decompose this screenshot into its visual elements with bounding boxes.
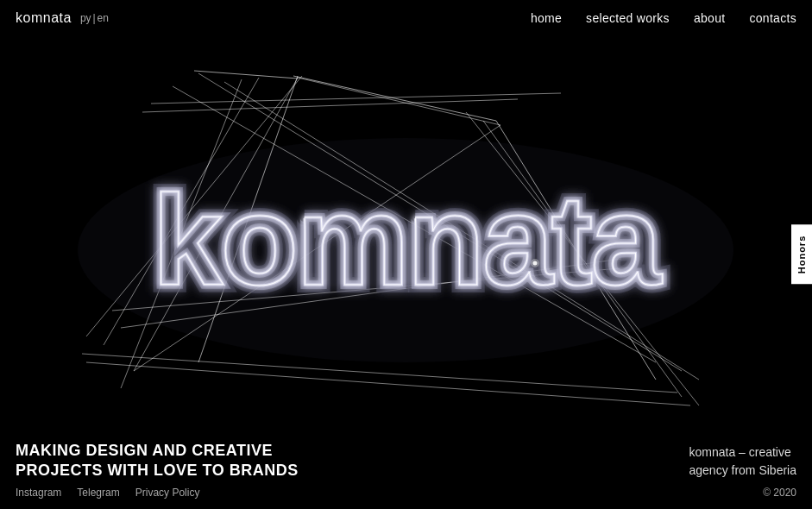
footer-tagline: MAKING DESIGN AND CREATIVE PROJECTS WITH… (16, 441, 299, 480)
svg-line-19 (194, 71, 298, 79)
footer-copyright: © 2020 (763, 487, 796, 499)
header: komnata ру | en home selected works abou… (0, 0, 812, 35)
svg-line-16 (151, 93, 561, 104)
footer-main: MAKING DESIGN AND CREATIVE PROJECTS WITH… (16, 441, 796, 480)
svg-point-27 (531, 259, 539, 267)
logo: komnata (16, 10, 72, 26)
nav-home[interactable]: home (531, 11, 562, 25)
description-line1: komnata – creative (689, 443, 796, 462)
honors-tab[interactable]: Honors (791, 225, 812, 285)
lang-en[interactable]: en (98, 12, 109, 24)
footer-links: Instagram Telegram Privacy Policy (16, 487, 199, 499)
lang-ru[interactable]: ру (80, 12, 91, 24)
link-instagram[interactable]: Instagram (16, 487, 61, 499)
link-telegram[interactable]: Telegram (77, 487, 119, 499)
honors-label: Honors (796, 236, 807, 274)
hero-section: komnata komnata komnata komnata (0, 0, 812, 509)
description-line2: agency from Siberia (689, 462, 796, 480)
nav-about[interactable]: about (694, 11, 726, 25)
footer-bottom: Instagram Telegram Privacy Policy © 2020 (16, 487, 796, 499)
footer: MAKING DESIGN AND CREATIVE PROJECTS WITH… (0, 441, 812, 509)
lang-separator: | (92, 12, 95, 24)
svg-text:komnata: komnata (152, 169, 663, 311)
svg-line-14 (86, 362, 690, 405)
footer-description: komnata – creative agency from Siberia (689, 443, 796, 480)
nav-selected-works[interactable]: selected works (586, 11, 670, 25)
tagline-line1: MAKING DESIGN AND CREATIVE (16, 441, 299, 461)
main-nav: home selected works about contacts (531, 11, 796, 25)
hero-svg: komnata komnata komnata komnata (0, 0, 812, 509)
svg-line-2 (298, 78, 500, 125)
link-privacy[interactable]: Privacy Policy (135, 487, 200, 499)
lang-switcher[interactable]: ру | en (80, 12, 109, 24)
svg-line-18 (293, 76, 496, 121)
tagline-line2: PROJECTS WITH LOVE TO BRANDS (16, 461, 299, 481)
header-left: komnata ру | en (16, 10, 109, 26)
nav-contacts[interactable]: contacts (749, 11, 796, 25)
